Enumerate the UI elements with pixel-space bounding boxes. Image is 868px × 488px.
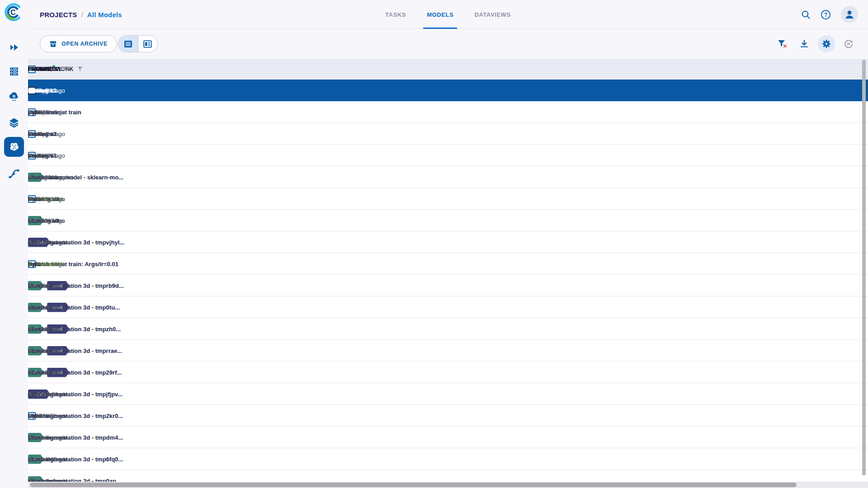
cell-project: Monai example [28,361,68,383]
status-text: Published [37,261,62,267]
user-avatar[interactable] [841,6,858,23]
cell-project: Monai example [28,340,68,361]
table-row[interactable]: PyTorch UNet segmentation 3d - tmpdm4...… [28,427,868,448]
cell-project: serving examples [28,166,74,188]
cell-project: Model scalars [28,188,64,210]
cell-project: Monai example [28,318,68,340]
cell-project: examples [28,145,53,166]
table-row[interactable]: PyTorch pytorch mnist train 5 minutes ag… [28,101,868,123]
horizontal-scrollbar [28,482,868,488]
breadcrumb-current[interactable]: All Models [87,11,122,19]
table-row[interactable]: PyTorch UNet segmentation 3d - tmpvjhyl.… [28,231,868,253]
table-row[interactable]: Keras Testing v1 5 minutes ago User b0a9… [28,145,868,166]
cell-project: Monai example [28,296,68,318]
vertical-scrollbar-thumb[interactable] [862,60,866,475]
table-body: Keras Tetsing v3 5 minutes ago User af2b… [28,80,868,488]
tab-models[interactable]: MODELS [427,0,453,29]
table-row[interactable]: PyTorch Training v3 ✓ 5 minutes ago User… [28,210,868,231]
horizontal-scrollbar-thumb[interactable] [30,483,797,487]
settings-gear-icon[interactable] [818,35,835,52]
cell-project: Model scalars [28,210,64,231]
table-row[interactable]: ScikitLearn train sklearn model - sklear… [28,166,868,188]
open-archive-button[interactable]: OPEN ARCHIVE [40,35,117,52]
table-row[interactable]: PyTorch UNet segmentation 3d - tmp6fq0..… [28,448,868,470]
clear-filters-icon[interactable] [774,35,791,52]
auto-refresh-icon[interactable] [840,35,857,52]
table-row[interactable]: PyTorch UNet segmentation 3d - tmprb9d..… [28,275,868,296]
table-row[interactable]: Keras Testing v2 5 minutes ago User af6d… [28,123,868,145]
breadcrumb-projects[interactable]: PROJECTS [40,11,77,19]
top-header-bar: PROJECTS / All Models TASKS MODELS DATAV… [28,0,868,29]
card-view-icon[interactable] [138,36,157,52]
table-row[interactable]: PyTorch UNet segmentation 3d - tmpzh0...… [28,318,868,340]
table-header: FRAMEWORK NAME TAGS UPDATED USER ID STAT… [28,59,868,80]
cell-project: examples [28,101,53,123]
cell-project: Monai example [28,448,68,470]
cell-project: Monai example [28,405,68,427]
archive-icon [49,40,57,48]
breadcrumb-separator: / [81,11,83,19]
table-row[interactable]: PyTorch UNet segmentation 3d - tmp29rf..… [28,361,868,383]
table-row[interactable]: PyTorch Training v4 5 minutes ago User 4… [28,188,868,210]
datasets-icon[interactable] [7,116,21,129]
tab-bar: TASKS MODELS DATAVIEWS [385,0,511,29]
tab-tasks[interactable]: TASKS [385,0,406,29]
projects-brain-icon[interactable] [4,137,24,157]
pipelines-icon[interactable] [7,167,21,180]
expand-chevrons-icon[interactable] [7,41,21,54]
svg-text:C: C [10,9,15,16]
table-row[interactable]: PyTorch UNet segmentation 3d - tmp0tu...… [28,296,868,318]
cell-project: Hpo [28,253,39,275]
column-project[interactable]: PROJECT [28,66,55,72]
table-row[interactable]: PyTorch pytorch mnist train: Args/lr=0.0… [28,253,868,275]
cell-project: examples [28,80,53,101]
filter-framework-icon[interactable] [77,66,83,72]
cloud-autoscaler-icon[interactable] [7,90,21,103]
table-view-icon[interactable] [118,36,138,52]
workers-queues-icon[interactable] [7,65,21,78]
cell-project: Monai example [28,427,68,448]
svg-text:?: ? [824,11,827,18]
clearml-logo[interactable]: C [3,2,23,22]
breadcrumb: PROJECTS / All Models [40,0,122,29]
view-mode-toggle [118,35,158,52]
cell-project: Monai example [28,231,68,253]
open-archive-label: OPEN ARCHIVE [61,41,108,47]
models-toolbar: OPEN ARCHIVE [28,29,868,59]
help-icon[interactable]: ? [821,9,831,20]
cell-project: Monai example [28,275,68,296]
download-icon[interactable] [796,35,813,52]
search-icon[interactable] [801,10,811,19]
table-row[interactable]: PyTorch UNet segmentation 3d - tmp2kr0..… [28,405,868,427]
table-row[interactable]: Keras Tetsing v3 5 minutes ago User af2b… [28,80,868,101]
table-row[interactable]: PyTorch UNet segmentation 3d - tmpjfjpv.… [28,383,868,405]
filter-updated-icon[interactable] [66,66,72,72]
cell-project: Monai example [28,383,68,405]
tab-dataviews[interactable]: DATAVIEWS [474,0,511,29]
left-sidebar: C [0,0,28,488]
cell-project: examples [28,123,53,145]
filter-project-icon[interactable] [59,66,64,72]
table-row[interactable]: PyTorch UNet segmentation 3d - tmprrae..… [28,340,868,361]
